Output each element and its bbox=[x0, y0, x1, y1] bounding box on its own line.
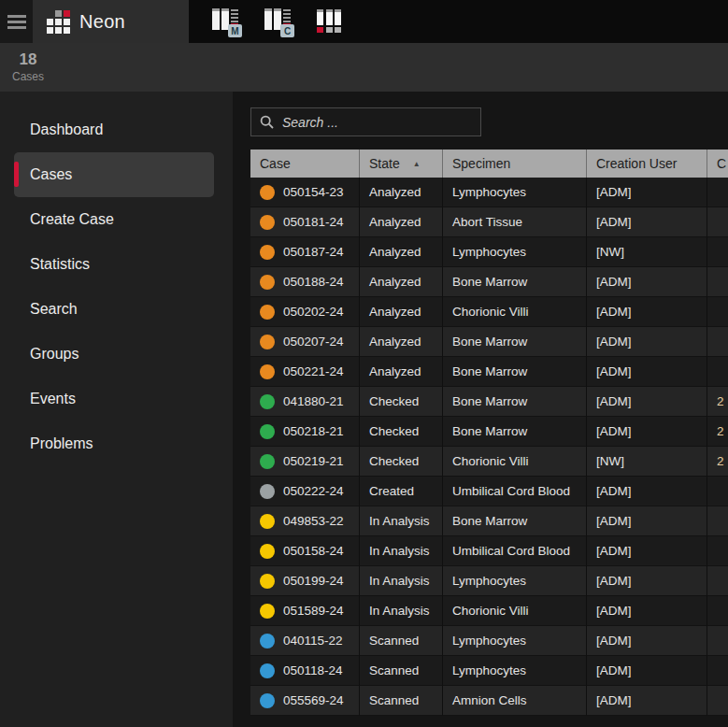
cell-state: Analyzed bbox=[369, 185, 421, 199]
case-count-value: 18 bbox=[7, 50, 49, 70]
cell-state: Scanned bbox=[369, 693, 419, 707]
top-bar: Neon M C bbox=[0, 0, 728, 43]
table-row[interactable]: 050221-24 Analyzed Bone Marrow [ADM] bbox=[250, 357, 728, 387]
table-row[interactable]: 050202-24 Analyzed Chorionic Villi [ADM] bbox=[250, 297, 728, 327]
sidebar-item-events[interactable]: Events bbox=[14, 377, 214, 421]
cell-case-id: 050221-24 bbox=[283, 364, 344, 378]
cell-specimen: Lymphocytes bbox=[452, 245, 526, 259]
status-sub-bar: 18 Cases bbox=[0, 43, 728, 92]
case-count-label: Cases bbox=[7, 70, 49, 83]
cell-specimen: Umbilical Cord Blood bbox=[452, 544, 570, 558]
cell-creation-user: [ADM] bbox=[596, 693, 632, 707]
status-dot-icon bbox=[260, 663, 275, 678]
cell-clipped-date: 2 bbox=[717, 424, 724, 438]
hamburger-menu-button[interactable] bbox=[0, 0, 33, 43]
cell-creation-user: [ADM] bbox=[596, 275, 632, 289]
module-badge-m: M bbox=[228, 24, 242, 37]
sidebar-item-groups[interactable]: Groups bbox=[14, 332, 214, 377]
cell-specimen: Lymphocytes bbox=[452, 185, 526, 199]
status-dot-icon bbox=[260, 245, 275, 260]
cell-case-id: 050222-24 bbox=[283, 484, 344, 498]
cell-state: In Analysis bbox=[369, 514, 430, 528]
sidebar-item-label: Cases bbox=[14, 166, 72, 183]
cell-creation-user: [ADM] bbox=[596, 574, 632, 588]
table-row[interactable]: 050181-24 Analyzed Abort Tissue [ADM] bbox=[250, 207, 728, 237]
status-dot-icon bbox=[260, 424, 275, 439]
cell-state: In Analysis bbox=[369, 574, 430, 588]
cell-state: Analyzed bbox=[369, 364, 421, 378]
search-icon bbox=[260, 115, 274, 129]
sidebar-item-label: Problems bbox=[14, 435, 93, 452]
table-row[interactable]: 041880-21 Checked Bone Marrow [ADM] 2 bbox=[250, 387, 728, 417]
cell-specimen: Bone Marrow bbox=[452, 275, 527, 289]
status-dot-icon bbox=[260, 275, 275, 290]
cell-creation-user: [ADM] bbox=[596, 394, 632, 408]
cell-creation-user: [ADM] bbox=[596, 305, 632, 319]
cell-specimen: Bone Marrow bbox=[452, 514, 527, 528]
app-tab-neon[interactable]: Neon bbox=[33, 0, 189, 43]
cell-creation-user: [ADM] bbox=[596, 185, 632, 199]
case-table-body: 050154-23 Analyzed Lymphocytes [ADM] 050… bbox=[250, 178, 728, 716]
search-input[interactable] bbox=[282, 115, 472, 130]
cell-case-id: 050118-24 bbox=[283, 663, 343, 677]
cell-creation-user: [ADM] bbox=[596, 424, 632, 438]
cell-case-id: 050188-24 bbox=[283, 275, 344, 289]
table-row[interactable]: 050187-24 Analyzed Lymphocytes [NW] bbox=[250, 237, 728, 267]
status-dot-icon bbox=[260, 305, 275, 320]
table-row[interactable]: 049853-22 In Analysis Bone Marrow [ADM] bbox=[250, 506, 728, 536]
column-header-case[interactable]: Case bbox=[250, 150, 360, 178]
cell-state: Scanned bbox=[369, 634, 419, 648]
status-dot-icon bbox=[260, 215, 275, 230]
table-row[interactable]: 050199-24 In Analysis Lymphocytes [ADM] bbox=[250, 566, 728, 596]
cell-state: Checked bbox=[369, 394, 419, 408]
table-row[interactable]: 051589-24 In Analysis Chorionic Villi [A… bbox=[250, 596, 728, 626]
grid-module-c-icon[interactable]: C bbox=[264, 8, 296, 37]
cell-specimen: Chorionic Villi bbox=[452, 305, 529, 319]
table-row[interactable]: 050207-24 Analyzed Bone Marrow [ADM] bbox=[250, 327, 728, 357]
grid-module-plain-icon[interactable] bbox=[317, 9, 341, 33]
cell-case-id: 040115-22 bbox=[283, 634, 343, 648]
table-row[interactable]: 050188-24 Analyzed Bone Marrow [ADM] bbox=[250, 267, 728, 297]
case-table-header: Case State▲ Specimen Creation User C bbox=[250, 150, 728, 178]
cell-specimen: Lymphocytes bbox=[452, 663, 526, 677]
cell-case-id: 051589-24 bbox=[283, 604, 344, 618]
cell-case-id: 050158-24 bbox=[283, 544, 344, 558]
cell-creation-user: [ADM] bbox=[596, 514, 632, 528]
table-row[interactable]: 055569-24 Scanned Amnion Cells [ADM] bbox=[250, 686, 728, 716]
status-dot-icon bbox=[260, 574, 275, 589]
sidebar-item-label: Statistics bbox=[14, 256, 90, 273]
sidebar-item-statistics[interactable]: Statistics bbox=[14, 242, 214, 287]
neon-logo-icon bbox=[47, 10, 70, 34]
sidebar-item-search[interactable]: Search bbox=[14, 287, 214, 332]
status-dot-icon bbox=[260, 484, 275, 499]
table-row[interactable]: 040115-22 Scanned Lymphocytes [ADM] bbox=[250, 626, 728, 656]
cell-state: In Analysis bbox=[369, 544, 430, 558]
cell-creation-user: [ADM] bbox=[596, 544, 632, 558]
cell-state: Analyzed bbox=[369, 305, 421, 319]
sidebar-nav: Dashboard Cases Create Case Statistics S… bbox=[0, 92, 233, 727]
table-row[interactable]: 050158-24 In Analysis Umbilical Cord Blo… bbox=[250, 536, 728, 566]
column-header-clipped[interactable]: C bbox=[707, 150, 728, 178]
sidebar-item-dashboard[interactable]: Dashboard bbox=[14, 107, 214, 152]
module-badge-c: C bbox=[280, 24, 294, 37]
cell-creation-user: [ADM] bbox=[596, 604, 632, 618]
cell-state: Analyzed bbox=[369, 245, 421, 259]
table-row[interactable]: 050218-21 Checked Bone Marrow [ADM] 2 bbox=[250, 417, 728, 447]
cell-case-id: 050181-24 bbox=[283, 215, 344, 229]
table-row[interactable]: 050154-23 Analyzed Lymphocytes [ADM] bbox=[250, 178, 728, 207]
case-count: 18 Cases bbox=[7, 50, 49, 83]
cell-case-id: 050187-24 bbox=[283, 245, 344, 259]
sidebar-item-create-case[interactable]: Create Case bbox=[14, 197, 214, 242]
sidebar-item-problems[interactable]: Problems bbox=[14, 421, 214, 466]
status-dot-icon bbox=[260, 364, 275, 379]
grid-module-m-icon[interactable]: M bbox=[212, 8, 244, 37]
column-header-specimen[interactable]: Specimen bbox=[443, 150, 587, 178]
table-row[interactable]: 050219-21 Checked Chorionic Villi [NW] 2 bbox=[250, 447, 728, 477]
status-dot-icon bbox=[260, 604, 275, 619]
sidebar-item-cases[interactable]: Cases bbox=[14, 152, 214, 197]
column-header-state[interactable]: State▲ bbox=[360, 150, 443, 178]
column-header-creation-user[interactable]: Creation User bbox=[587, 150, 707, 178]
table-row[interactable]: 050118-24 Scanned Lymphocytes [ADM] bbox=[250, 656, 728, 686]
table-row[interactable]: 050222-24 Created Umbilical Cord Blood [… bbox=[250, 477, 728, 506]
cell-clipped-date: 2 bbox=[717, 394, 724, 408]
